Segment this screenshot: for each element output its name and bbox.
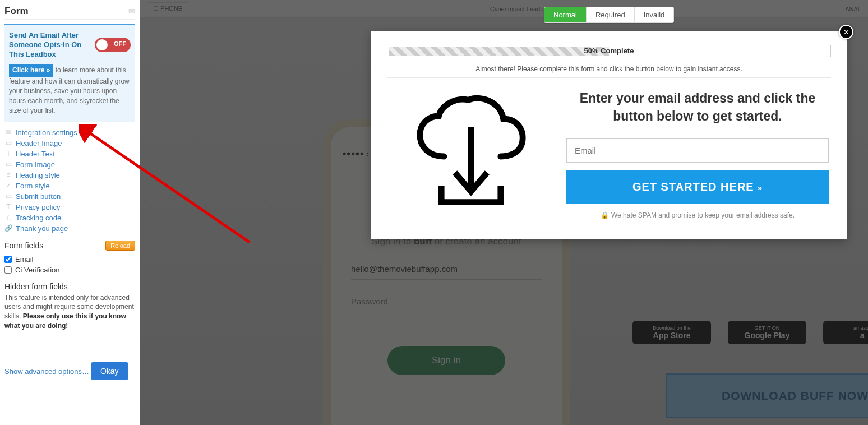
mail-icon: ✉	[128, 7, 135, 16]
form-sidebar: Form ✉ Send An Email After Someone Opts-…	[0, 0, 140, 425]
email-input[interactable]	[566, 138, 829, 163]
image-icon: ▭	[4, 139, 12, 147]
field-email[interactable]: Email	[4, 254, 135, 265]
okay-button[interactable]: Okay	[91, 362, 128, 380]
tab-required[interactable]: Required	[586, 7, 634, 22]
code-icon: ⎍	[4, 214, 12, 221]
check-icon: ✓	[4, 182, 12, 190]
progress-bar: 50% Complete	[387, 45, 831, 57]
link-icon: 🔗	[4, 224, 12, 232]
image-icon: ▭	[4, 160, 12, 168]
hidden-fields-text: This feature is intended only for advanc…	[4, 293, 135, 331]
form-area: Enter your email address and click the b…	[566, 89, 831, 224]
info-text: Click here » to learn more about this fe…	[9, 64, 131, 116]
field-email-checkbox[interactable]	[4, 256, 12, 263]
sidebar-title: Form ✉	[4, 3, 135, 20]
progress-label: 50% Complete	[584, 47, 634, 55]
link-heading-style[interactable]: ≡Heading style	[4, 170, 135, 181]
almost-text: Almost there! Please complete this form …	[387, 65, 831, 73]
text-icon: T	[4, 150, 12, 158]
cta-button[interactable]: GET STARTED HERE»	[566, 170, 829, 204]
tab-normal[interactable]: Normal	[544, 7, 586, 22]
chevron-right-icon: »	[758, 183, 763, 192]
info-box: Send An Email After Someone Opts-in On T…	[4, 24, 135, 122]
button-icon: ▭	[4, 192, 12, 200]
link-integration-settings[interactable]: ✉Integration settings	[4, 127, 135, 138]
settings-links: ✉Integration settings ▭Header Image THea…	[4, 127, 135, 234]
reload-button[interactable]: Reload	[105, 241, 135, 251]
cloud-download-icon	[387, 89, 555, 224]
link-submit-button[interactable]: ▭Submit button	[4, 191, 135, 202]
hidden-fields-title: Hidden form fields	[4, 282, 135, 291]
sidebar-title-text: Form	[4, 6, 29, 17]
link-thank-you-page[interactable]: 🔗Thank you page	[4, 223, 135, 234]
lock-icon: 🔒	[601, 211, 609, 219]
toggle-label: OFF	[114, 40, 126, 47]
click-here-link[interactable]: Click here »	[9, 64, 53, 77]
mail-icon: ✉	[4, 128, 12, 136]
link-privacy-policy[interactable]: TPrivacy policy	[4, 202, 135, 212]
link-form-image[interactable]: ▭Form Image	[4, 159, 135, 170]
optin-toggle[interactable]: OFF	[95, 38, 131, 52]
divider	[387, 77, 831, 78]
spam-notice: 🔒We hate SPAM and promise to keep your e…	[566, 211, 829, 219]
fields-list: Email Ci Verification	[4, 254, 135, 275]
preview-tabs: Normal Required Invalid	[544, 7, 674, 23]
lines-icon: ≡	[4, 171, 12, 179]
optin-label: Send An Email After Someone Opts-in On T…	[9, 31, 91, 59]
show-advanced-link[interactable]: Show advanced options…	[4, 367, 89, 376]
link-form-style[interactable]: ✓Form style	[4, 181, 135, 191]
close-button[interactable]: ✕	[839, 25, 853, 39]
link-header-text[interactable]: THeader Text	[4, 149, 135, 159]
field-ci-verification[interactable]: Ci Verification	[4, 265, 135, 275]
field-civ-checkbox[interactable]	[4, 266, 12, 274]
form-title: Enter your email address and click the b…	[566, 89, 829, 125]
link-tracking-code[interactable]: ⎍Tracking code	[4, 212, 135, 223]
tab-invalid[interactable]: Invalid	[634, 7, 674, 22]
link-header-image[interactable]: ▭Header Image	[4, 138, 135, 149]
fields-title: Form fields	[4, 241, 43, 250]
text-icon: T	[4, 203, 12, 211]
fields-header: Form fields Reload	[4, 241, 135, 251]
leadbox-modal: ✕ 50% Complete Almost there! Please comp…	[371, 31, 847, 239]
